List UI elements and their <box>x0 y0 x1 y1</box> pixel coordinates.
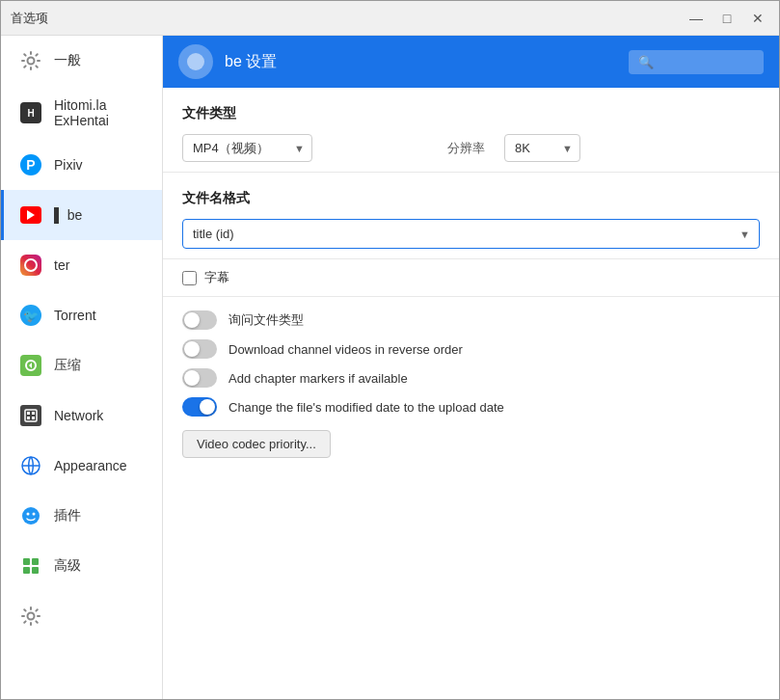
sidebar-item-hitomi[interactable]: H Hitomi.la ExHentai <box>1 86 162 140</box>
sidebar-item-plugin[interactable]: 高级 <box>1 541 162 591</box>
filename-input[interactable] <box>182 219 760 249</box>
content-header: be 设置 <box>163 36 779 88</box>
resolution-select-wrapper: 8K 4K 1080p 720p 480p 360p ▼ <box>504 134 580 162</box>
sidebar-label-youtube: ▌ be <box>54 207 82 223</box>
minimize-button[interactable]: — <box>685 7 708 30</box>
title-bar: 首选项 — □ ✕ <box>1 1 779 36</box>
maximize-button[interactable]: □ <box>715 7 739 30</box>
youtube-icon <box>17 202 44 229</box>
svg-rect-5 <box>27 417 30 419</box>
svg-rect-4 <box>32 412 35 415</box>
svg-point-9 <box>27 513 30 516</box>
toggle-thumb-1 <box>184 341 200 357</box>
title-bar-title: 首选项 <box>11 10 48 27</box>
svg-point-0 <box>28 58 35 65</box>
twitter-icon: 🐦 <box>17 302 44 329</box>
sidebar-item-appearance[interactable]: 插件 <box>1 491 162 541</box>
toggle-thumb-3 <box>200 399 215 415</box>
toggle-thumb-2 <box>184 370 200 386</box>
toggle-label-0: 询问文件类型 <box>229 311 304 329</box>
toggle-track-0 <box>182 310 217 330</box>
sidebar-item-instagram[interactable]: ter <box>1 240 162 290</box>
format-select[interactable]: MP4（视频） MKV（视频） MP3（音频） WEBM（视频） <box>182 134 312 162</box>
format-select-wrapper: MP4（视频） MKV（视频） MP3（音频） WEBM（视频） ▼ <box>182 134 312 162</box>
sidebar-label-network: Appearance <box>54 458 127 473</box>
resolution-label: 分辨率 <box>447 140 485 157</box>
resolution-select[interactable]: 8K 4K 1080p 720p 480p 360p <box>504 134 580 162</box>
svg-point-10 <box>33 513 36 516</box>
toggle-row-3: Change the file's modified date to the u… <box>182 397 760 417</box>
svg-rect-14 <box>32 567 39 574</box>
toggle-row-2: Add chapter markers if available <box>182 368 760 388</box>
content-title: be 设置 <box>225 52 617 72</box>
svg-rect-6 <box>32 417 35 419</box>
sidebar-label-pixiv: Pixiv <box>54 157 83 173</box>
sidebar-label-compress: Network <box>54 408 103 423</box>
content-area: be 设置 文件类型 MP4（视频） MKV（视频） MP3（音频） WEBM（… <box>163 36 779 700</box>
file-type-section: 文件类型 MP4（视频） MKV（视频） MP3（音频） WEBM（视频） ▼ … <box>163 88 779 173</box>
plugin-icon <box>17 552 44 579</box>
sidebar-item-advanced[interactable] <box>1 591 162 641</box>
svg-point-15 <box>28 613 35 620</box>
app-container: 一般 H Hitomi.la ExHentai P Pixiv ▌ be <box>1 36 779 700</box>
pixiv-icon: P <box>17 151 44 178</box>
svg-rect-2 <box>25 410 37 421</box>
codec-priority-button[interactable]: Video codec priority... <box>182 430 331 458</box>
sidebar-item-network[interactable]: Appearance <box>1 441 162 491</box>
sidebar-label-general: 一般 <box>54 52 81 69</box>
svg-rect-13 <box>23 567 30 574</box>
sidebar: 一般 H Hitomi.la ExHentai P Pixiv ▌ be <box>1 36 163 700</box>
instagram-icon <box>17 252 44 279</box>
sidebar-item-torrent[interactable]: 压缩 <box>1 340 162 390</box>
toggle-reverse-order[interactable] <box>182 339 217 359</box>
file-type-row: MP4（视频） MKV（视频） MP3（音频） WEBM（视频） ▼ 分辨率 8… <box>182 134 760 162</box>
appearance-icon <box>17 502 44 529</box>
filename-title: 文件名格式 <box>182 190 760 207</box>
torrent-icon <box>17 352 44 379</box>
subtitle-label[interactable]: 字幕 <box>204 269 229 286</box>
toggle-row-0: 询问文件类型 <box>182 310 760 330</box>
file-type-title: 文件类型 <box>182 105 760 122</box>
toggle-label-1: Download channel videos in reverse order <box>229 342 463 357</box>
sidebar-item-youtube[interactable]: ▌ be <box>1 190 162 240</box>
hitomi-icon: H <box>17 99 44 126</box>
sidebar-label-instagram: ter <box>54 257 69 273</box>
sidebar-item-pixiv[interactable]: P Pixiv <box>1 140 162 190</box>
toggle-track-3 <box>182 397 217 417</box>
sidebar-item-compress[interactable]: Network <box>1 390 162 441</box>
svg-point-16 <box>187 53 204 70</box>
toggles-section: 询问文件类型 Download channel videos in revers… <box>163 297 779 471</box>
toggle-thumb-0 <box>184 312 200 328</box>
sidebar-label-hitomi: Hitomi.la ExHentai <box>54 97 148 128</box>
svg-point-8 <box>22 507 40 525</box>
svg-rect-3 <box>27 412 30 415</box>
toggle-chapter-markers[interactable] <box>182 368 217 388</box>
title-bar-controls: — □ ✕ <box>685 7 769 30</box>
sidebar-label-appearance: 插件 <box>54 507 81 525</box>
toggle-ask-file-type[interactable] <box>182 310 217 330</box>
sidebar-label-torrent: 压缩 <box>54 357 81 374</box>
toggle-track-1 <box>182 339 217 359</box>
sidebar-label-twitter: Torrent <box>54 308 96 323</box>
content-logo <box>178 44 213 79</box>
subtitle-checkbox[interactable] <box>182 271 197 285</box>
filename-input-wrapper: ▼ <box>182 219 760 249</box>
network-icon <box>17 452 44 479</box>
filename-section: 文件名格式 ▼ <box>163 173 779 259</box>
sidebar-item-general[interactable]: 一般 <box>1 36 162 86</box>
sidebar-label-plugin: 高级 <box>54 557 81 575</box>
subtitle-section: 字幕 <box>163 259 779 297</box>
toggle-row-1: Download channel videos in reverse order <box>182 339 760 359</box>
toggle-label-3: Change the file's modified date to the u… <box>229 400 504 415</box>
svg-rect-12 <box>32 558 39 565</box>
toggle-track-2 <box>182 368 217 388</box>
gear-icon <box>17 47 44 74</box>
advanced-icon <box>17 603 44 630</box>
search-input[interactable] <box>629 50 764 74</box>
compress-icon <box>17 402 44 429</box>
sidebar-item-twitter[interactable]: 🐦 Torrent <box>1 290 162 340</box>
close-button[interactable]: ✕ <box>746 7 769 30</box>
svg-rect-11 <box>23 558 30 565</box>
toggle-modified-date[interactable] <box>182 397 217 417</box>
toggle-label-2: Add chapter markers if available <box>229 371 408 386</box>
